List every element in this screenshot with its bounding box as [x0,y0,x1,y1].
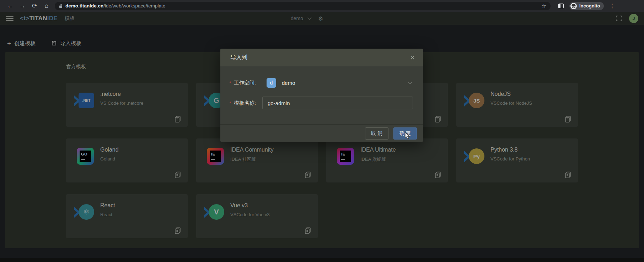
back-icon[interactable]: ← [4,0,16,12]
template-name-field-row: * 模板名称: [229,97,413,109]
home-icon[interactable]: ⌂ [41,0,53,12]
browser-menu-icon[interactable]: ⋮ [609,2,616,9]
forward-icon[interactable]: → [16,0,28,12]
bookmark-star-icon[interactable]: ☆ [542,3,546,9]
dialog-footer: 取 消 确 定 [220,124,423,142]
required-asterisk: * [229,100,234,106]
dialog-body: * 工作空间: d demo * 模板名称: [220,66,423,109]
workspace-field-label: 工作空间: [234,80,262,86]
workspace-selected-value: demo [282,80,295,86]
workspace-field-row: * 工作空间: d demo [229,76,413,89]
cancel-button[interactable]: 取 消 [365,127,388,140]
address-bar[interactable]: demo.titanide.cn/ide/web/workspace/templ… [55,2,551,10]
template-name-input[interactable] [262,97,413,109]
incognito-label: Incognito [579,3,600,9]
browser-toolbar: ← → ⟳ ⌂ demo.titanide.cn/ide/web/workspa… [0,0,644,12]
incognito-badge: Incognito [569,2,604,10]
import-dialog: 导入到 × * 工作空间: d demo * 模板名称: 取 消 确 定 [220,49,423,142]
mouse-cursor [404,132,411,140]
chevron-down-icon [408,80,412,84]
workspace-badge: d [267,78,276,88]
side-panel-icon[interactable] [558,4,564,8]
url-domain: demo.titanide.cn [65,3,103,9]
reload-icon[interactable]: ⟳ [28,0,41,12]
dialog-title: 导入到 [230,54,247,61]
incognito-icon [570,2,577,10]
dialog-header: 导入到 × [220,49,423,66]
required-asterisk: * [229,80,234,86]
template-name-label: 模板名称: [234,100,262,107]
url-path: /ide/web/workspace/template [103,3,165,9]
lock-icon [59,4,63,8]
close-icon[interactable]: × [410,54,414,61]
workspace-select[interactable]: d demo [262,76,413,89]
